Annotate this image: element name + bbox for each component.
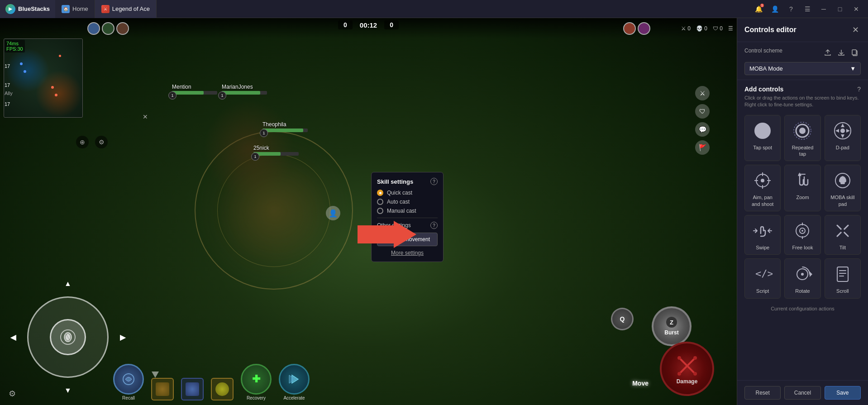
other-settings-help-icon[interactable]: ? bbox=[430, 222, 438, 229]
player-marianjones: MarianJones bbox=[222, 84, 267, 95]
control-swipe[interactable]: Swipe bbox=[744, 215, 781, 255]
joystick-center bbox=[50, 319, 86, 355]
tab-home[interactable]: 🏠 Home bbox=[55, 0, 95, 18]
scheme-download-btn[interactable] bbox=[835, 47, 847, 58]
auto-cast-option[interactable]: Auto cast bbox=[377, 199, 438, 205]
script-icon-container: </> bbox=[753, 264, 773, 284]
skill-popup-header: Skill settings ? bbox=[377, 178, 438, 185]
recovery-skill-btn[interactable]: ✚ Recovery bbox=[241, 364, 272, 400]
player-avatar-1 bbox=[87, 22, 100, 35]
controls-close-btn[interactable]: ✕ bbox=[850, 24, 861, 35]
cancel-btn[interactable]: Cancel bbox=[784, 386, 820, 400]
moba-skill-pad-icon-container bbox=[833, 171, 853, 191]
control-scheme-section: Control scheme bbox=[737, 42, 868, 80]
skill-help-icon[interactable]: ? bbox=[430, 178, 438, 185]
rotate-icon bbox=[792, 264, 812, 284]
action-buttons: Reset Cancel Save bbox=[744, 386, 861, 400]
save-btn[interactable]: Save bbox=[825, 386, 861, 400]
control-tilt[interactable]: Tilt bbox=[825, 215, 861, 255]
auto-cast-label: Auto cast bbox=[387, 199, 410, 205]
profile-btn[interactable]: 👤 bbox=[768, 3, 781, 15]
manual-cast-label: Manual cast bbox=[387, 208, 416, 214]
control-zoom[interactable]: Zoom bbox=[784, 165, 820, 211]
aim-pan-shoot-icon-container bbox=[753, 171, 773, 191]
item-btn-2[interactable] bbox=[181, 378, 204, 400]
quick-cast-option[interactable]: Quick cast bbox=[377, 190, 438, 196]
home-tab-label: Home bbox=[72, 5, 88, 12]
item-btn-1[interactable] bbox=[151, 378, 174, 400]
map-settings-icon[interactable]: ⚙ bbox=[95, 136, 108, 148]
item-btn-3[interactable] bbox=[211, 378, 234, 400]
manual-cast-radio[interactable] bbox=[377, 208, 383, 214]
recall-skill-btn[interactable]: Recall bbox=[113, 364, 144, 400]
swipe-icon-container bbox=[753, 221, 773, 241]
control-scroll[interactable]: Scroll bbox=[825, 258, 861, 298]
burst-btn-area[interactable]: Z Burst bbox=[652, 306, 692, 346]
accelerate-skill-btn[interactable]: Accelerate bbox=[279, 364, 310, 400]
script-icon: </> bbox=[753, 264, 773, 284]
minimize-btn[interactable]: ─ bbox=[817, 3, 830, 15]
svg-point-43 bbox=[841, 229, 844, 233]
player-avatar-3 bbox=[116, 22, 129, 35]
more-settings-link[interactable]: More settings bbox=[377, 250, 438, 256]
joystick[interactable]: ▲ ▼ ◀ ▶ bbox=[27, 296, 109, 378]
scroll-icon-container bbox=[833, 264, 853, 284]
auto-cast-radio[interactable] bbox=[377, 199, 383, 205]
accelerate-circle[interactable] bbox=[279, 364, 310, 395]
control-moba-skill-pad[interactable]: MOBA skill pad bbox=[825, 165, 861, 211]
damage-btn-area[interactable]: Damage bbox=[660, 342, 714, 396]
moba-skill-pad-icon bbox=[833, 171, 853, 191]
scheme-value: MOBA Mode bbox=[749, 65, 783, 72]
aim-pan-shoot-label: Aim, pan and shoot bbox=[749, 194, 777, 207]
svg-point-27 bbox=[761, 179, 764, 182]
tab-game[interactable]: ⚔ Legend of Ace bbox=[95, 0, 157, 18]
maximize-btn[interactable]: □ bbox=[834, 3, 846, 15]
bottom-actions: Reset Cancel Save bbox=[737, 380, 868, 405]
minimap-dot-blue-1 bbox=[20, 62, 23, 65]
svg-point-13 bbox=[677, 372, 681, 376]
scheme-upload-btn[interactable] bbox=[822, 47, 834, 58]
control-dpad[interactable]: D-pad bbox=[825, 115, 861, 162]
control-aim-pan-shoot[interactable]: Aim, pan and shoot bbox=[744, 165, 781, 211]
free-look-icon bbox=[792, 221, 812, 241]
tilt-icon-container bbox=[833, 221, 853, 241]
quick-cast-radio[interactable] bbox=[377, 190, 383, 196]
recovery-circle[interactable]: ✚ bbox=[241, 364, 272, 395]
svg-marker-23 bbox=[835, 129, 839, 133]
manual-cast-option[interactable]: Manual cast bbox=[377, 208, 438, 214]
reset-btn[interactable]: Reset bbox=[744, 386, 781, 400]
title-bar-left: ▶ BlueStacks 🏠 Home ⚔ Legend of Ace bbox=[0, 0, 747, 18]
scroll-label: Scroll bbox=[836, 288, 849, 294]
fps-value: FPS:30 bbox=[6, 46, 23, 52]
add-controls-help-icon[interactable]: ? bbox=[857, 86, 861, 93]
notifications-btn[interactable]: 🔔 1 bbox=[752, 3, 765, 15]
level-badge-3: 1 bbox=[260, 129, 268, 137]
recall-circle[interactable] bbox=[113, 364, 144, 395]
swipe-icon bbox=[753, 221, 773, 241]
help-btn[interactable]: ? bbox=[785, 3, 797, 15]
minimap-close-icon[interactable]: ✕ bbox=[143, 113, 148, 120]
bluestacks-logo[interactable]: ▶ BlueStacks bbox=[0, 0, 55, 18]
scheme-dropdown[interactable]: MOBA Mode ▼ bbox=[744, 62, 861, 75]
level-badge-4: 1 bbox=[251, 152, 259, 161]
player-avatar-5 bbox=[638, 22, 650, 35]
control-repeated-tap[interactable]: Repeated tap bbox=[784, 115, 820, 162]
player-25nick: 25nick bbox=[253, 145, 299, 156]
close-btn[interactable]: ✕ bbox=[850, 3, 863, 15]
control-free-look[interactable]: Free look bbox=[784, 215, 820, 255]
settings-gear-icon[interactable]: ⚙ bbox=[5, 387, 19, 400]
control-tap-spot[interactable]: Tap spot bbox=[744, 115, 781, 162]
bluestacks-icon: ▶ bbox=[5, 4, 15, 14]
svg-point-11 bbox=[693, 372, 697, 376]
map-icon[interactable]: ⊕ bbox=[76, 136, 89, 148]
swipe-label: Swipe bbox=[756, 244, 769, 251]
joystick-arrow-left: ◀ bbox=[10, 333, 16, 342]
free-look-label: Free look bbox=[792, 244, 813, 251]
q-btn[interactable]: Q bbox=[611, 308, 634, 330]
dpad-label: D-pad bbox=[836, 144, 849, 151]
scheme-copy-btn[interactable] bbox=[849, 47, 861, 58]
control-script[interactable]: </> Script bbox=[744, 258, 781, 298]
bottom-skills: Recall ✚ Recovery bbox=[113, 364, 310, 400]
control-rotate[interactable]: Rotate bbox=[784, 258, 820, 298]
menu-btn[interactable]: ☰ bbox=[801, 3, 814, 15]
